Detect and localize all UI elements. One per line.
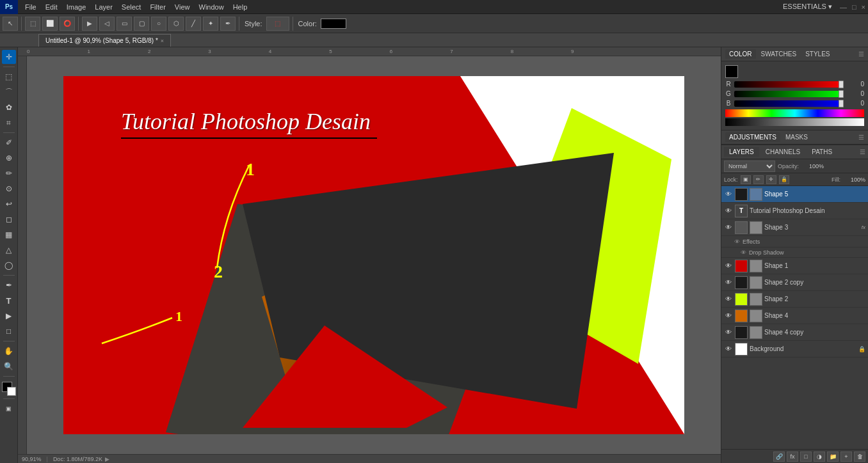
shape-tool-custom[interactable]: ✦ [203, 17, 218, 31]
layer-row[interactable]: 👁 T Tutorial Photoshop Desain [721, 203, 868, 219]
blur-tool[interactable]: △ [2, 243, 16, 257]
layer-row[interactable]: 👁 Shape 5 [721, 186, 868, 203]
move-tool-sidebar[interactable]: ✛ [2, 50, 16, 64]
menu-select[interactable]: Select [117, 2, 146, 12]
tab-swatches[interactable]: SWATCHES [757, 49, 801, 59]
lasso-tool[interactable]: ⌒ [2, 85, 16, 99]
history-brush-tool[interactable]: ↩ [2, 197, 16, 211]
layer-visibility-toggle[interactable]: 👁 [724, 207, 733, 216]
tab-channels[interactable]: CHANNELS [760, 147, 805, 157]
eraser-tool[interactable]: ◻ [2, 212, 16, 226]
document-tab[interactable]: Untitled-1 @ 90,9% (Shape 5, RGB/8) * × [38, 34, 171, 47]
background-color[interactable] [7, 387, 16, 396]
shape-tool-sidebar[interactable]: □ [2, 324, 16, 338]
layer-row[interactable]: 👁 Background 🔒 [721, 341, 868, 357]
tab-adjustments[interactable]: ADJUSTMENTS [725, 132, 780, 142]
tab-color[interactable]: COLOR [725, 49, 756, 59]
channel-b-slider[interactable] [734, 100, 844, 107]
menu-file[interactable]: File [20, 2, 41, 12]
layer-effects-group[interactable]: 👁 Effects [721, 236, 868, 247]
layer-row[interactable]: 👁 Shape 3 fx [721, 219, 868, 236]
canvas[interactable]: Tutorial Photoshop Desain 1 2 1 [63, 76, 684, 434]
layer-fx-button[interactable]: fx [787, 451, 798, 462]
quick-mask-toggle[interactable]: ▣ [2, 402, 16, 416]
workspace-switcher[interactable]: ESSENTIALS ▾ [778, 3, 837, 11]
menu-view[interactable]: View [170, 2, 195, 12]
path-select-tool-sidebar[interactable]: ▶ [2, 309, 16, 323]
shape-tool-round[interactable]: ▢ [134, 17, 149, 31]
clone-stamp-tool[interactable]: ⊙ [2, 182, 16, 196]
channel-r-thumb[interactable] [839, 81, 844, 88]
eyedropper-tool[interactable]: ✐ [2, 136, 16, 150]
gradient-tool[interactable]: ▦ [2, 228, 16, 242]
layer-visibility-toggle[interactable]: 👁 [724, 311, 733, 320]
quick-select-tool[interactable]: ✿ [2, 100, 16, 114]
pen-tool-sidebar[interactable]: ✒ [2, 278, 16, 292]
channel-g-thumb[interactable] [839, 90, 844, 98]
layer-row[interactable]: 👁 Shape 2 copy [721, 274, 868, 291]
new-group-button[interactable]: 📁 [827, 451, 839, 462]
lock-pixels[interactable]: ✏ [753, 175, 764, 184]
tab-masks[interactable]: MASKS [782, 132, 812, 142]
shape-tool-polygon[interactable]: ⬡ [168, 17, 184, 31]
lock-transparency[interactable]: ▣ [741, 175, 751, 184]
color-preview-box[interactable] [725, 65, 738, 78]
channel-r-slider[interactable] [734, 81, 844, 88]
lock-position[interactable]: ✛ [766, 175, 776, 184]
layer-row[interactable]: 👁 Shape 1 [721, 258, 868, 274]
color-panel-expand[interactable]: ☰ [858, 51, 864, 58]
fill-value[interactable]: 100% [843, 177, 865, 183]
document-tab-close[interactable]: × [161, 38, 164, 44]
new-layer-button[interactable]: + [840, 451, 852, 462]
color-gradient[interactable] [725, 118, 864, 126]
menu-help[interactable]: Help [229, 2, 252, 12]
direct-select-tool[interactable]: ◁ [99, 17, 115, 31]
menu-window[interactable]: Window [195, 2, 229, 12]
layer-row[interactable]: 👁 Shape 4 [721, 308, 868, 324]
rect-tool-2[interactable]: ⬜ [42, 17, 58, 31]
style-none-icon[interactable]: ⬚ [266, 17, 289, 31]
color-spectrum[interactable] [725, 109, 864, 117]
layer-visibility-toggle[interactable]: 👁 [724, 223, 733, 232]
tab-paths[interactable]: PATHS [807, 147, 837, 157]
hand-tool[interactable]: ✋ [2, 344, 16, 358]
pen-tool[interactable]: ✒ [220, 17, 236, 31]
lock-all[interactable]: 🔒 [779, 175, 789, 184]
spot-heal-tool[interactable]: ⊕ [2, 151, 16, 165]
layer-visibility-toggle[interactable]: 👁 [724, 345, 733, 354]
ellipse-tool[interactable]: ⭕ [60, 17, 75, 31]
menu-layer[interactable]: Layer [90, 2, 117, 12]
delete-layer-button[interactable]: 🗑 [854, 451, 865, 462]
shape-tool-line[interactable]: ╱ [186, 17, 201, 31]
marquee-tool[interactable]: ⬚ [2, 70, 16, 84]
rect-marquee-tool[interactable]: ⬚ [25, 17, 40, 31]
type-tool[interactable]: T [2, 294, 16, 308]
layer-row[interactable]: 👁 Shape 4 copy [721, 324, 868, 341]
opacity-value[interactable]: 100% [801, 163, 824, 169]
layer-visibility-toggle[interactable]: 👁 [724, 295, 733, 304]
layer-visibility-toggle[interactable]: 👁 [724, 262, 733, 271]
dodge-tool[interactable]: ◯ [2, 258, 16, 272]
adj-panel-expand[interactable]: ☰ [858, 134, 864, 141]
channel-b-thumb[interactable] [839, 100, 844, 107]
zoom-tool[interactable]: 🔍 [2, 359, 16, 373]
channel-g-slider[interactable] [734, 91, 844, 97]
path-select-tool[interactable]: ▶ [82, 17, 97, 31]
shape-tool-ellipse[interactable]: ○ [151, 17, 166, 31]
link-layers-button[interactable]: 🔗 [773, 451, 785, 462]
brush-tool[interactable]: ✏ [2, 166, 16, 180]
layer-drop-shadow[interactable]: 👁 Drop Shadow [721, 247, 868, 258]
layer-visibility-toggle[interactable]: 👁 [724, 278, 733, 287]
menu-filter[interactable]: Filter [145, 2, 170, 12]
foreground-background-colors[interactable] [2, 382, 16, 396]
layer-row[interactable]: 👁 Shape 2 [721, 291, 868, 308]
blend-mode-select[interactable]: Normal [724, 161, 775, 172]
layer-visibility-toggle[interactable]: 👁 [724, 328, 733, 337]
layers-panel-expand[interactable]: ☰ [860, 148, 865, 155]
move-tool[interactable]: ↖ [3, 17, 18, 31]
layer-visibility-toggle[interactable]: 👁 [724, 190, 733, 199]
add-mask-button[interactable]: □ [800, 451, 812, 462]
shape-tool-rect[interactable]: ▭ [117, 17, 132, 31]
new-adjustment-button[interactable]: ◑ [814, 451, 825, 462]
crop-tool[interactable]: ⌗ [2, 116, 16, 130]
